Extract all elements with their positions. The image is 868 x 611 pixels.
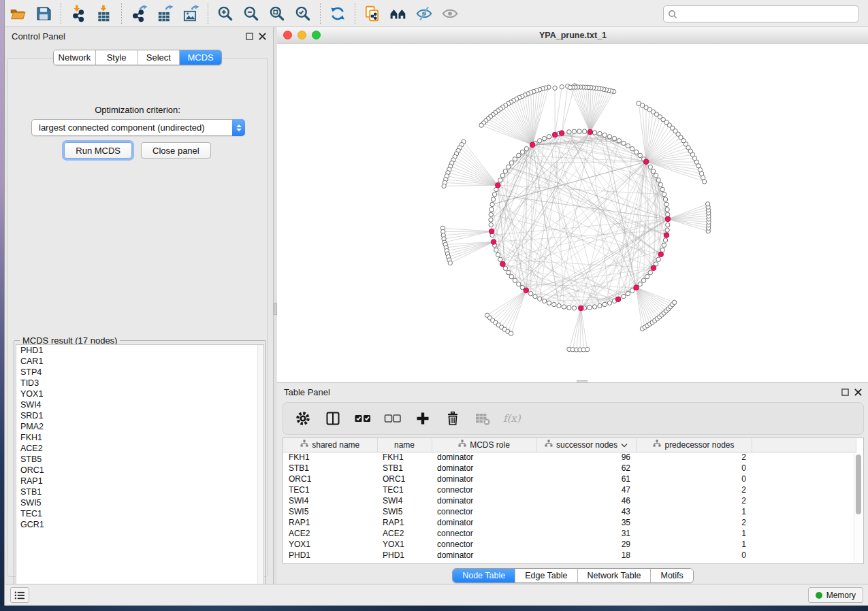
tab-edge-table[interactable]: Edge Table [515, 569, 577, 582]
table-cell: ORC1 [377, 474, 432, 484]
close-panel-icon[interactable] [259, 33, 266, 40]
network-graph[interactable] [277, 44, 868, 382]
mcds-result-item[interactable]: STB1 [16, 486, 263, 497]
control-panel: Control Panel NetworkStyleSelectMCDS Opt… [5, 27, 273, 584]
import-table-icon[interactable] [91, 2, 117, 25]
memory-button[interactable]: Memory [808, 587, 863, 603]
table-cell: PHD1 [377, 550, 432, 561]
optimization-criterion-dropdown[interactable]: largest connected component (undirected) [31, 119, 245, 136]
mcds-result-item[interactable]: ACE2 [16, 443, 263, 454]
table-cell: 62 [536, 463, 636, 474]
mcds-result-item[interactable]: SWI5 [16, 497, 263, 508]
close-panel-button[interactable]: Close panel [141, 142, 211, 159]
table-cell: 0 [636, 550, 752, 561]
mcds-result-item[interactable]: FKH1 [16, 432, 263, 443]
tab-mcds[interactable]: MCDS [180, 50, 221, 65]
mcds-result-item[interactable]: STP4 [16, 367, 263, 378]
select-all-columns-icon[interactable] [353, 407, 373, 430]
clone-network-icon[interactable] [359, 2, 385, 25]
tab-node-table[interactable]: Node Table [453, 569, 515, 582]
mcds-result-item[interactable]: TEC1 [16, 508, 263, 519]
mcds-list-scrollbar[interactable] [257, 345, 263, 593]
node-table: shared namenameMCDS rolesuccessor nodesp… [283, 437, 864, 564]
table-scrollbar[interactable] [854, 453, 862, 562]
minimize-window-icon[interactable] [298, 31, 306, 39]
open-icon[interactable] [5, 2, 31, 25]
mcds-result-item[interactable]: YOX1 [16, 389, 263, 399]
show-all-icon[interactable] [437, 2, 463, 25]
table-cell: 46 [536, 495, 636, 506]
table-row[interactable]: SWI5SWI5connector431 [283, 506, 856, 517]
export-table-icon[interactable] [152, 2, 178, 25]
table-row[interactable]: ORC1ORC1dominator610 [283, 474, 856, 484]
table-cell: 0 [636, 463, 752, 474]
refresh-layout-icon[interactable] [325, 2, 351, 25]
run-mcds-button[interactable]: Run MCDS [64, 142, 132, 159]
deselect-all-columns-icon[interactable] [383, 407, 403, 430]
tab-network-table[interactable]: Network Table [578, 569, 652, 582]
toolbar-separator [208, 3, 208, 24]
table-row[interactable]: RAP1RAP1dominator352 [283, 517, 856, 528]
network-title: YPA_prune.txt_1 [539, 31, 607, 40]
table-cell: 61 [536, 474, 636, 484]
table-row[interactable]: FKH1FKH1dominator962 [283, 452, 856, 463]
mcds-result-item[interactable]: GCR1 [16, 519, 263, 530]
table-cell: 2 [636, 484, 752, 495]
table-row[interactable]: SWI4SWI4dominator462 [283, 495, 856, 506]
search-input[interactable] [677, 6, 858, 22]
export-image-icon[interactable] [178, 2, 204, 25]
split-columns-icon[interactable] [323, 407, 343, 430]
mcds-result-item[interactable]: SRD1 [16, 410, 263, 421]
column-header-name[interactable]: name [377, 438, 432, 452]
table-cell: 29 [536, 539, 636, 550]
save-icon[interactable] [31, 2, 57, 25]
table-row[interactable]: ACE2ACE2connector311 [283, 528, 856, 539]
mcds-result-item[interactable]: SWI4 [16, 399, 263, 410]
close-panel-icon[interactable] [854, 389, 862, 396]
table-row[interactable]: STB1STB1dominator620 [283, 463, 856, 474]
column-header-successor-nodes[interactable]: successor nodes [536, 438, 636, 452]
export-network-icon[interactable] [126, 2, 152, 25]
mcds-result-item[interactable]: CAR1 [16, 356, 263, 367]
add-column-icon[interactable] [413, 407, 433, 430]
table-row[interactable]: PHD1PHD1dominator180 [283, 550, 856, 561]
mcds-result-item[interactable]: TID3 [16, 378, 263, 389]
float-panel-icon[interactable] [841, 389, 849, 396]
close-window-icon[interactable] [283, 31, 292, 39]
mcds-result-item[interactable]: STB5 [16, 454, 263, 465]
table-scrollbar-thumb[interactable] [856, 455, 861, 514]
hide-selected-icon[interactable] [411, 2, 437, 25]
memory-label: Memory [826, 591, 856, 600]
zoom-in-icon[interactable] [212, 2, 238, 25]
maximize-window-icon[interactable] [312, 31, 321, 39]
mcds-result-item[interactable]: ORC1 [16, 465, 263, 476]
table-cell: dominator [432, 495, 536, 506]
table-row[interactable]: YOX1YOX1connector291 [283, 539, 856, 550]
first-neighbors-icon[interactable] [385, 2, 411, 25]
task-list-icon [14, 591, 25, 600]
delete-column-icon[interactable] [443, 407, 463, 430]
tab-select[interactable]: Select [138, 50, 180, 65]
zoom-out-icon[interactable] [238, 2, 264, 25]
float-panel-icon[interactable] [246, 33, 253, 40]
tab-motifs[interactable]: Motifs [651, 569, 692, 582]
settings-icon[interactable] [293, 407, 313, 430]
tab-style[interactable]: Style [96, 50, 138, 65]
mcds-result-item[interactable]: RAP1 [16, 476, 263, 486]
zoom-selected-icon[interactable] [290, 2, 316, 25]
search-icon [668, 10, 677, 19]
network-view-panel: YPA_prune.txt_1 [277, 27, 868, 382]
mcds-result-item[interactable]: PMA2 [16, 421, 263, 432]
column-header-shared-name[interactable]: shared name [283, 438, 377, 452]
zoom-fit-icon[interactable] [264, 2, 290, 25]
import-network-icon[interactable] [65, 2, 91, 25]
mcds-result-item[interactable]: PHD1 [16, 345, 263, 356]
network-canvas[interactable] [277, 44, 868, 382]
table-row[interactable]: TEC1TEC1connector472 [283, 484, 856, 495]
table-cell: STB1 [377, 463, 432, 474]
tab-network[interactable]: Network [54, 50, 96, 65]
column-header-MCDS-role[interactable]: MCDS role [432, 438, 536, 452]
dropdown-stepper-icon [232, 119, 245, 136]
task-history-button[interactable] [10, 587, 29, 603]
column-header-predecessor-nodes[interactable]: predecessor nodes [636, 438, 752, 452]
